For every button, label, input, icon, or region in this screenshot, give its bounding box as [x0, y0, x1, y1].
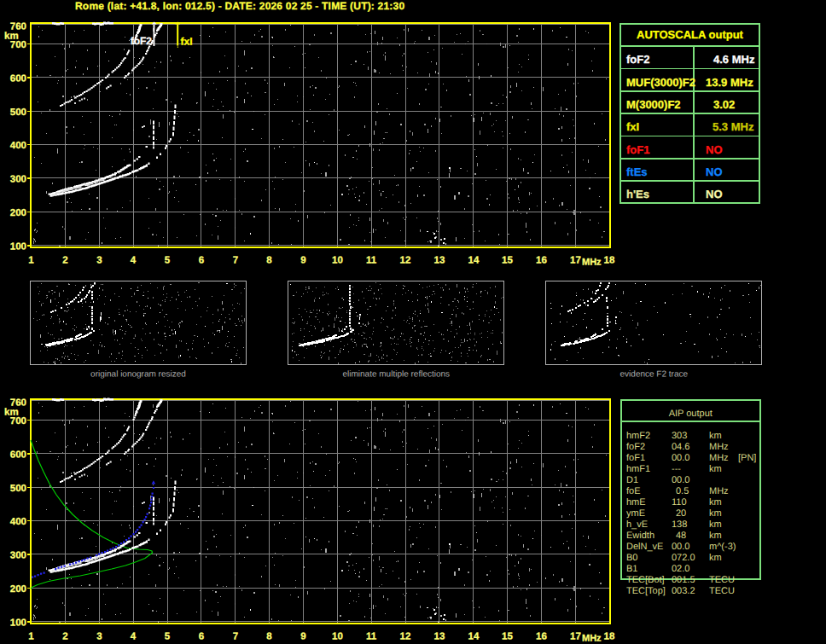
svg-text:16: 16: [536, 254, 547, 264]
svg-text:eliminate multiple reflections: eliminate multiple reflections: [342, 368, 450, 378]
svg-text:18: 18: [604, 254, 615, 264]
svg-text:100: 100: [10, 241, 26, 251]
svg-text:10: 10: [332, 254, 343, 264]
svg-text:13: 13: [434, 254, 445, 264]
svg-text:5: 5: [165, 254, 171, 264]
svg-text:foF2: foF2: [131, 35, 153, 47]
svg-text:600: 600: [10, 73, 26, 83]
svg-text:14: 14: [468, 254, 480, 264]
svg-text:200: 200: [10, 207, 26, 218]
svg-text:evidence F2 trace: evidence F2 trace: [620, 368, 689, 378]
svg-text:2: 2: [62, 254, 67, 264]
svg-text:6: 6: [199, 254, 204, 264]
svg-text:12: 12: [400, 254, 411, 264]
svg-text:500: 500: [10, 107, 26, 117]
svg-text:original ionogram resized: original ionogram resized: [90, 368, 186, 378]
svg-text:400: 400: [10, 140, 26, 150]
svg-text:Rome (lat: +41.8, lon: 012.5): Rome (lat: +41.8, lon: 012.5) - DATE: 20…: [75, 0, 404, 12]
svg-text:7: 7: [233, 254, 238, 264]
svg-text:fxI: fxI: [180, 35, 192, 47]
svg-text:8: 8: [266, 254, 272, 264]
svg-text:11: 11: [366, 254, 377, 264]
svg-text:3: 3: [96, 254, 102, 264]
svg-text:17: 17: [570, 254, 581, 264]
svg-text:1: 1: [28, 254, 34, 264]
svg-text:700: 700: [10, 39, 26, 49]
svg-text:MHz: MHz: [582, 256, 602, 266]
svg-text:15: 15: [502, 254, 513, 264]
svg-text:4: 4: [131, 254, 137, 264]
svg-text:9: 9: [300, 254, 305, 264]
svg-text:300: 300: [10, 173, 26, 183]
